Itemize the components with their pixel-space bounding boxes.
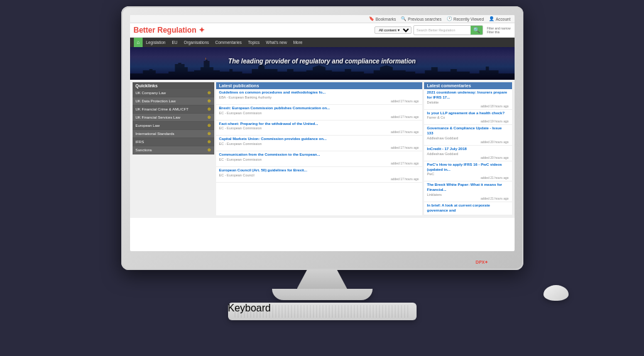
quicklink-arrow-6: ⊕ xyxy=(207,139,211,144)
quicklink-item-3[interactable]: UK Financial Services Law ⊕ xyxy=(133,114,214,122)
site-header: Better Regulation ✦ All content ▾ Search… xyxy=(130,23,515,38)
monitor-stand-neck xyxy=(297,270,347,289)
nav-item-more[interactable]: More xyxy=(290,38,306,46)
commentaries-section: Latest commentaries 2021 countdown under… xyxy=(424,82,512,215)
account-link[interactable]: 👤 Account xyxy=(489,16,511,21)
nav-item-topics[interactable]: Topics xyxy=(245,38,263,46)
publications-title: Latest publications xyxy=(216,82,422,89)
bookmarks-icon: 🔖 xyxy=(369,16,374,21)
nav-item-whats-new[interactable]: What's new xyxy=(263,38,290,46)
home-icon: ⌂ xyxy=(137,40,140,45)
search-bar: All content ▾ Search Better Regulation 🔍… xyxy=(374,25,511,35)
quicklink-item-1[interactable]: UK Data Protection Law ⊕ xyxy=(133,97,214,105)
logo-star: ✦ xyxy=(197,26,205,35)
quicklink-arrow-4: ⊕ xyxy=(207,123,211,128)
search-button[interactable]: 🔍 xyxy=(471,26,483,35)
main-content: Quicklinks UK Company Law ⊕ UK Data Prot… xyxy=(130,80,515,218)
previous-searches-link[interactable]: 🔍 Previous searches xyxy=(401,16,441,21)
pub-item-2: Fact-sheet: Preparing for the withdrawal… xyxy=(216,121,422,136)
user-icon: 👤 xyxy=(489,16,494,21)
quicklink-item-0[interactable]: UK Company Law ⊕ xyxy=(133,89,214,97)
bookmarks-label: Bookmarks xyxy=(376,17,396,21)
pub-item-0: Guidelines on common procedures and meth… xyxy=(216,89,422,105)
comm-added-5: added 21 hours ago xyxy=(427,197,509,200)
quicklink-arrow-3: ⊕ xyxy=(207,115,211,120)
comm-added-4: added 21 hours ago xyxy=(427,176,509,180)
monitor-bezel: 🔖 Bookmarks 🔍 Previous searches 🕐 Recent… xyxy=(121,6,523,270)
content-type-select[interactable]: All content ▾ xyxy=(374,26,412,34)
nav-item-organisations[interactable]: Organisations xyxy=(180,38,212,46)
hero-section: The leading provider of regulatory and c… xyxy=(130,47,515,80)
pub-item-5: European Council (Art. 50) guidelines fo… xyxy=(216,167,422,183)
hero-text: The leading provider of regulatory and c… xyxy=(228,58,415,70)
bookmarks-link[interactable]: 🔖 Bookmarks xyxy=(369,16,396,21)
comm-item-3: InCredit - 17 July 2018 Addleshaw Goddar… xyxy=(424,146,512,161)
monitor-container: 🔖 Bookmarks 🔍 Previous searches 🕐 Recent… xyxy=(0,0,644,356)
quicklink-item-2[interactable]: UK Financial Crime & AML/CFT ⊕ xyxy=(133,105,214,114)
quicklink-item-5[interactable]: International Standards ⊕ xyxy=(133,130,214,138)
comm-added-3: added 20 hours ago xyxy=(427,156,509,159)
dpx-logo: DPX✦ xyxy=(476,260,488,265)
pub-link-0[interactable]: Guidelines on common procedures and meth… xyxy=(219,90,419,95)
quicklink-item-6[interactable]: IFRS ⊕ xyxy=(133,138,214,146)
quicklink-arrow-1: ⊕ xyxy=(207,99,211,104)
logo-text: Better Regulation xyxy=(134,26,197,35)
comm-link-1[interactable]: Is your LLP agreement due a health check… xyxy=(427,111,509,116)
pub-link-2[interactable]: Fact-sheet: Preparing for the withdrawal… xyxy=(219,122,419,127)
monitor: 🔖 Bookmarks 🔍 Previous searches 🕐 Recent… xyxy=(121,6,523,270)
commentaries-title: Latest commentaries xyxy=(424,82,512,89)
search-input-wrap: Search Better Regulation 🔍 xyxy=(413,25,483,35)
comm-added-1: added 19 hours ago xyxy=(427,119,509,123)
quicklinks-section: Quicklinks UK Company Law ⊕ UK Data Prot… xyxy=(133,82,214,215)
comm-link-5[interactable]: The Brexit White Paper: What it means fo… xyxy=(427,183,509,193)
search-placeholder-text: Search Better Regulation xyxy=(414,28,471,33)
pub-added-0: added 17 hours ago xyxy=(219,99,419,103)
pub-link-4[interactable]: Communication from the Commission to the… xyxy=(219,153,419,158)
filter-options: Filter and narrow Filter this xyxy=(487,26,511,34)
main-nav: ⌂ Legislation EU Organisations Commentar… xyxy=(130,38,515,47)
site-logo[interactable]: Better Regulation ✦ xyxy=(134,26,205,35)
pub-link-1[interactable]: Brexit: European Commission publishes Co… xyxy=(219,106,419,111)
monitor-stand-base xyxy=(272,289,373,300)
comm-link-2[interactable]: Governance & Compliance Update - Issue 1… xyxy=(427,126,509,136)
comm-item-4: PwC's How to apply IFRS 16 - PwC videos … xyxy=(424,161,512,182)
quicklink-item-7[interactable]: Sanctions ⊕ xyxy=(133,146,214,154)
quicklink-arrow-2: ⊕ xyxy=(207,107,211,112)
comm-item-1: Is your LLP agreement due a health check… xyxy=(424,110,512,126)
pub-added-3: added 17 hours ago xyxy=(219,146,419,149)
account-label: Account xyxy=(496,17,511,21)
top-bar: 🔖 Bookmarks 🔍 Previous searches 🕐 Recent… xyxy=(130,15,515,23)
nav-home-button[interactable]: ⌂ xyxy=(134,38,143,47)
pub-added-5: added 17 hours ago xyxy=(219,177,419,181)
nav-item-eu[interactable]: EU xyxy=(168,38,180,46)
recently-viewed-label: Recently Viewed xyxy=(454,17,484,21)
quicklinks-title: Quicklinks xyxy=(133,82,214,89)
pub-added-4: added 17 hours ago xyxy=(219,161,419,165)
website: 🔖 Bookmarks 🔍 Previous searches 🕐 Recent… xyxy=(130,15,515,251)
pub-added-1: added 17 hours ago xyxy=(219,115,419,119)
comm-link-3[interactable]: InCredit - 17 July 2018 xyxy=(427,147,509,152)
pub-link-3[interactable]: Capital Markets Union: Commission provid… xyxy=(219,137,419,142)
comm-link-0[interactable]: 2021 countdown underway: Insurers prepar… xyxy=(427,90,509,100)
pub-link-5[interactable]: European Council (Art. 50) guidelines fo… xyxy=(219,168,419,173)
comm-item-0: 2021 countdown underway: Insurers prepar… xyxy=(424,89,512,110)
recently-viewed-link[interactable]: 🕐 Recently Viewed xyxy=(447,16,484,21)
clock-icon: 🕐 xyxy=(447,16,452,21)
comm-item-2: Governance & Compliance Update - Issue 1… xyxy=(424,125,512,146)
comm-item-6: In brief: A look at current corporate go… xyxy=(424,202,512,215)
quicklink-arrow-5: ⊕ xyxy=(207,131,211,136)
quicklink-item-4[interactable]: European Law ⊕ xyxy=(133,122,214,130)
pub-added-2: added 17 hours ago xyxy=(219,130,419,134)
previous-searches-label: Previous searches xyxy=(408,17,441,21)
comm-added-0: added 18 hours ago xyxy=(427,104,509,108)
nav-item-legislation[interactable]: Legislation xyxy=(143,38,168,46)
mouse xyxy=(543,285,569,301)
nav-item-commentaries[interactable]: Commentaries xyxy=(212,38,245,46)
comm-link-4[interactable]: PwC's How to apply IFRS 16 - PwC videos … xyxy=(427,163,509,173)
search-icon: 🔍 xyxy=(401,16,407,21)
monitor-screen: 🔖 Bookmarks 🔍 Previous searches 🕐 Recent… xyxy=(130,15,515,251)
publications-section: Latest publications Guidelines on common… xyxy=(216,82,422,215)
comm-link-6[interactable]: In brief: A look at current corporate go… xyxy=(427,203,509,213)
comm-item-5: The Brexit White Paper: What it means fo… xyxy=(424,181,512,202)
pub-item-4: Communication from the Commission to the… xyxy=(216,151,422,167)
